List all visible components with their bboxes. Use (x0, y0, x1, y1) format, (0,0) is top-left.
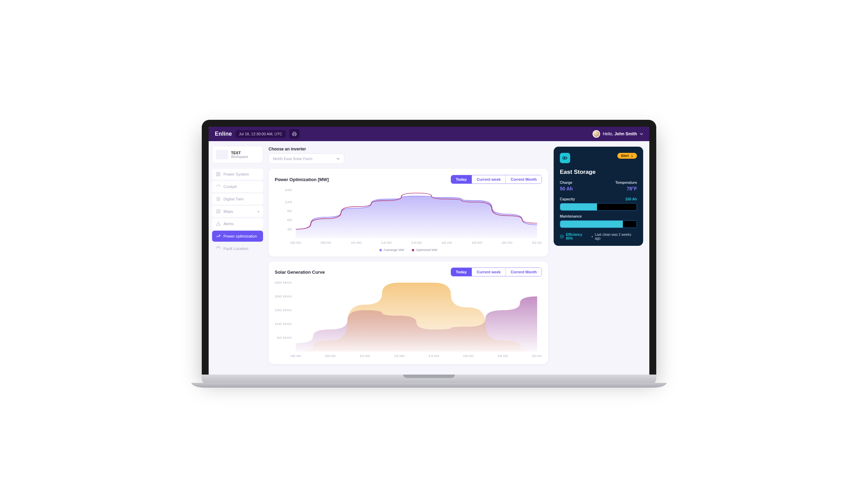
svg-text:10:00: 10:00 (351, 241, 362, 244)
svg-point-32 (561, 236, 562, 237)
gear-icon (560, 234, 564, 239)
power-chart: 30609012016006:0008:0010:0012:0014:0016:… (275, 187, 542, 246)
brand-logo: Enline (215, 131, 232, 137)
time-range-tabs-solar: Today Current week Corrent Month (451, 267, 542, 276)
layers-icon (216, 197, 221, 201)
sidebar-nav: Power System Cockpit Digital Twin M (212, 169, 263, 254)
sidebar-item-alerts[interactable]: Alerts (212, 218, 263, 229)
svg-text:06:00: 06:00 (290, 241, 301, 244)
chevron-down-icon (336, 157, 340, 160)
sidebar-item-label: Fault Location (223, 246, 248, 251)
svg-text:60: 60 (287, 218, 292, 222)
temperature-value: 78°F (615, 186, 637, 191)
sidebar-item-label: Alerts (223, 222, 233, 226)
svg-text:06:00: 06:00 (290, 354, 301, 358)
alert-badge[interactable]: Alert (617, 153, 637, 159)
sidebar-item-power-optimization[interactable]: Power optimization (212, 231, 263, 242)
svg-text:18:00: 18:00 (497, 354, 508, 358)
storage-title: East Storage (560, 169, 637, 176)
svg-text:20:00: 20:00 (532, 354, 542, 358)
signal-icon (216, 246, 221, 251)
tab-month[interactable]: Corrent Month (505, 268, 542, 276)
solar-generation-card: Solar Generation Curve Today Current wee… (269, 261, 548, 364)
svg-text:14:00: 14:00 (428, 354, 439, 358)
chevron-down-icon: ▾ (258, 210, 259, 213)
datetime-chip[interactable]: Jul 18, 12:30:00 AM, UTC (236, 130, 286, 138)
sidebar-item-fault-location[interactable]: Fault Location (212, 243, 263, 254)
sidebar-item-label: Maps (223, 209, 233, 213)
card-title: Solar Generation Curve (275, 270, 325, 275)
gauge-icon (216, 184, 221, 189)
maintenance-bar (560, 220, 637, 228)
greeting: Hello, John Smith (603, 132, 637, 136)
sidebar-item-cockpit[interactable]: Cockpit (212, 181, 263, 192)
temperature-label: Temperature (615, 180, 637, 185)
svg-text:90: 90 (287, 209, 292, 213)
time-range-tabs-power: Today Current week Corrent Month (451, 175, 542, 184)
inverter-select[interactable]: North East Solar Farm (269, 154, 344, 164)
sidebar-item-label: Digital Twin (223, 197, 244, 201)
svg-rect-0 (217, 172, 218, 174)
app-viewport: Enline Jul 18, 12:30:00 AM, UTC Hello, J… (209, 127, 649, 375)
sidebar-item-power-system[interactable]: Power System (212, 169, 263, 180)
capacity-bar (560, 203, 637, 211)
charge-label: Charge (560, 180, 573, 185)
last-clean-text: Last clean was 2 weeks ago (595, 233, 637, 240)
capacity-label: Capacity (560, 197, 575, 201)
workspace-thumb (216, 150, 228, 159)
svg-text:08:00: 08:00 (321, 241, 331, 244)
topbar: Enline Jul 18, 12:30:00 AM, UTC Hello, J… (209, 127, 649, 141)
tab-week[interactable]: Current week (472, 175, 506, 183)
svg-text:16:00: 16:00 (463, 354, 473, 358)
solar-chart: 50 MVA100 MVA150 MVA200 MVA250 MVA06:000… (275, 280, 542, 359)
alert-icon (216, 221, 221, 226)
svg-rect-1 (219, 172, 220, 174)
sidebar-item-label: Cockpit (223, 185, 237, 189)
avatar (593, 130, 600, 138)
svg-text:16:00: 16:00 (441, 241, 452, 244)
svg-text:14:00: 14:00 (411, 241, 422, 244)
workspace-name: TEST (231, 151, 248, 155)
chevron-down-icon (640, 132, 643, 136)
svg-text:12:00: 12:00 (394, 354, 405, 358)
svg-text:200 MVA: 200 MVA (275, 295, 292, 298)
inverter-selected: North East Solar Farm (273, 157, 312, 161)
sidebar-item-label: Power optimization (223, 234, 257, 238)
card-title: Power Optimization [MW] (275, 177, 329, 182)
efficiency-text: Efficiency 85% (566, 233, 589, 240)
inverter-label: Choose an inverter (269, 147, 548, 151)
svg-text:120: 120 (285, 200, 292, 204)
workspace-switcher[interactable]: TEST Workspace (212, 146, 263, 163)
capacity-value: 100 Ah (625, 197, 637, 201)
grid-icon (216, 172, 221, 177)
sidebar-item-label: Power System (223, 172, 249, 176)
svg-text:150 MVA: 150 MVA (275, 308, 292, 312)
map-icon (216, 209, 221, 214)
sidebar: TEST Workspace Power System Cockpit (209, 141, 266, 375)
laptop-frame: Enline Jul 18, 12:30:00 AM, UTC Hello, J… (202, 120, 656, 384)
tab-today[interactable]: Today (451, 268, 472, 276)
svg-text:50 MVA: 50 MVA (277, 336, 292, 339)
svg-rect-2 (217, 175, 218, 176)
trend-icon (216, 234, 221, 239)
svg-text:18:00: 18:00 (471, 241, 482, 244)
svg-text:22:00: 22:00 (532, 241, 542, 244)
charge-value: 50 Ah (560, 186, 573, 191)
svg-text:250 MVA: 250 MVA (275, 281, 292, 284)
battery-icon (560, 153, 570, 163)
svg-text:160: 160 (285, 188, 292, 192)
printer-icon (292, 132, 297, 136)
tab-today[interactable]: Today (451, 175, 472, 183)
tab-month[interactable]: Corrent Month (505, 175, 542, 183)
print-button[interactable] (289, 129, 300, 139)
storage-card: Alert East Storage Charge 50 Ah (554, 147, 643, 246)
svg-text:12:00: 12:00 (381, 241, 391, 244)
svg-text:100 MVA: 100 MVA (275, 322, 292, 326)
sidebar-item-maps[interactable]: Maps ▾ (212, 206, 263, 217)
svg-text:08:00: 08:00 (325, 354, 336, 358)
svg-text:10:00: 10:00 (359, 354, 370, 358)
sidebar-item-digital-twin[interactable]: Digital Twin (212, 193, 263, 204)
power-legend: Avarange MW Optimized MW (275, 248, 542, 252)
tab-week[interactable]: Current week (472, 268, 506, 276)
user-menu[interactable]: Hello, John Smith (593, 130, 643, 138)
